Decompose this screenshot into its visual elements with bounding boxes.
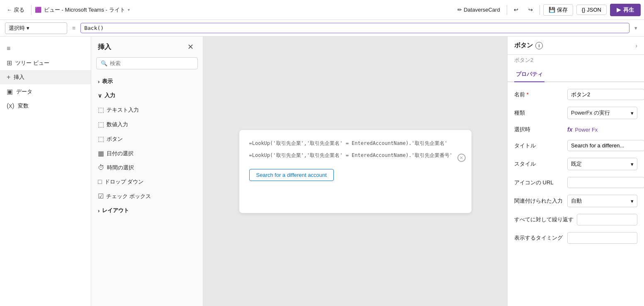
sidebar-item-tree[interactable]: ⊞ ツリー ビュー bbox=[0, 56, 91, 70]
save-icon: 💾 bbox=[549, 7, 555, 13]
separator bbox=[507, 5, 507, 15]
top-right-actions: ✏ DataverseCard ↩ ↪ 💾 保存 {} JSON ▶ 再生 bbox=[454, 4, 641, 16]
formula2-text: =LookUp('取引先企業','取引先企業名' = EnteredAccoun… bbox=[249, 152, 453, 158]
item-time-picker[interactable]: ⏱ 時間の選択 bbox=[91, 161, 203, 175]
right-panel: ボタン i › ボタン2 プロパティ 名前 * 種類 PowerFx の実行 ▾ bbox=[507, 37, 644, 306]
prop-type-dropdown[interactable]: PowerFx の実行 ▾ bbox=[567, 107, 637, 119]
app-icon: 🟪 bbox=[35, 7, 41, 13]
prop-onselect: 選択時 fx Power Fx bbox=[508, 122, 644, 137]
insert-panel-header: 挿入 ✕ bbox=[91, 37, 203, 57]
prop-repeat-input[interactable] bbox=[577, 214, 637, 225]
panel-title-text: ボタン bbox=[514, 42, 533, 49]
prop-style-dropdown[interactable]: 既定 ▾ bbox=[567, 158, 637, 170]
prop-repeat-label: すべてに対して繰り返す bbox=[514, 216, 574, 223]
number-input-icon: ⬚ bbox=[98, 120, 104, 128]
item-date-picker[interactable]: ▦ 日付の選択 bbox=[91, 146, 203, 161]
formula-line-2: =LookUp('取引先企業','取引先企業名' = EnteredAccoun… bbox=[249, 152, 462, 159]
fx-icon: fx bbox=[567, 126, 572, 133]
button-label: ボタン bbox=[107, 135, 123, 143]
sidebar-item-variables[interactable]: (x) 変数 bbox=[0, 99, 91, 113]
prop-associated-input: 関連付けられた入力 自動 ▾ bbox=[508, 191, 644, 211]
canvas-area: =LookUp('取引先企業','取引先企業名' = EnteredAccoun… bbox=[203, 37, 507, 306]
sidebar-data-label: データ bbox=[16, 88, 32, 95]
divider bbox=[31, 5, 32, 15]
sidebar-item-insert[interactable]: + 挿入 bbox=[0, 70, 91, 84]
sidebar-item-menu[interactable]: ≡ bbox=[0, 42, 91, 56]
prop-assoc-value: 自動 bbox=[571, 197, 582, 205]
app-title-text: ビュー - Microsoft Teams - ライト bbox=[44, 6, 125, 14]
section-layout[interactable]: › レイアウト bbox=[91, 203, 203, 218]
prop-timing-input[interactable] bbox=[567, 232, 637, 244]
chevron-down-input-icon: ∨ bbox=[98, 93, 102, 99]
prop-icon-url: アイコンの URL bbox=[508, 174, 644, 191]
back-button[interactable]: ← 戻る bbox=[3, 5, 28, 15]
top-bar: ← 戻る 🟪 ビュー - Microsoft Teams - ライト ▾ ✏ D… bbox=[0, 0, 644, 20]
insert-title: 挿入 bbox=[98, 43, 111, 51]
sidebar-insert-label: 挿入 bbox=[14, 73, 24, 81]
text-input-icon: ⬚ bbox=[98, 106, 104, 114]
item-text-input[interactable]: ⬚ テキスト入力 bbox=[91, 103, 203, 117]
formula-selector[interactable]: 選択時 ▾ bbox=[5, 22, 67, 34]
prop-name-input[interactable] bbox=[567, 89, 644, 100]
time-picker-label: 時間の選択 bbox=[107, 164, 134, 171]
insert-icon: + bbox=[7, 73, 10, 81]
sidebar-tree-label: ツリー ビュー bbox=[15, 59, 49, 67]
chevron-down-assoc-icon: ▾ bbox=[631, 198, 634, 204]
separator2 bbox=[540, 5, 540, 15]
chevron-down-icon[interactable]: ▾ bbox=[128, 7, 130, 12]
date-picker-label: 日付の選択 bbox=[107, 150, 134, 157]
prop-fx-value[interactable]: fx Power Fx bbox=[567, 126, 637, 133]
section-display[interactable]: › 表示 bbox=[91, 74, 203, 88]
main-area: ≡ ⊞ ツリー ビュー + 挿入 ▣ データ (x) 変数 挿入 ✕ 🔍 › bbox=[0, 37, 644, 306]
top-bar-left: ← 戻る 🟪 ビュー - Microsoft Teams - ライト ▾ bbox=[3, 5, 130, 15]
search-different-account-button[interactable]: Search for a different account bbox=[249, 169, 334, 181]
remove-field-button[interactable]: ✕ bbox=[457, 154, 466, 162]
formula-bar: 選択時 ▾ = ▾ bbox=[0, 20, 644, 37]
menu-icon: ≡ bbox=[7, 45, 10, 52]
search-btn-label: Search for a different account bbox=[256, 172, 327, 178]
item-checkbox[interactable]: ☑ チェック ボックス bbox=[91, 189, 203, 203]
item-number-input[interactable]: ⬚ 数値入力 bbox=[91, 117, 203, 132]
item-button[interactable]: ⬚ ボタン bbox=[91, 132, 203, 146]
prop-assoc-dropdown[interactable]: 自動 ▾ bbox=[567, 195, 637, 207]
dataverse-label: DataverseCard bbox=[464, 7, 500, 13]
formula-input[interactable] bbox=[80, 23, 629, 33]
prop-timing: 表示するタイミング bbox=[508, 229, 644, 247]
insert-close-button[interactable]: ✕ bbox=[185, 42, 196, 52]
chevron-right-icon: › bbox=[98, 78, 100, 85]
prop-style-value: 既定 bbox=[571, 160, 582, 168]
prop-title-label: タイトル bbox=[514, 142, 564, 149]
selector-label: 選択時 bbox=[9, 24, 25, 32]
equals-sign: = bbox=[70, 25, 77, 32]
insert-search-box[interactable]: 🔍 bbox=[96, 57, 198, 69]
redo-button[interactable]: ↪ bbox=[525, 5, 536, 15]
save-label: 保存 bbox=[557, 6, 568, 14]
formula-expand-icon[interactable]: ▾ bbox=[633, 23, 639, 33]
tab-properties[interactable]: プロパティ bbox=[514, 67, 544, 82]
chevron-down-style-icon: ▾ bbox=[631, 161, 634, 167]
section-display-label: 表示 bbox=[102, 78, 113, 85]
prop-type-label: 種類 bbox=[514, 109, 564, 117]
section-input[interactable]: ∨ 入力 bbox=[91, 88, 203, 103]
insert-search-input[interactable] bbox=[110, 60, 193, 66]
json-icon: {} bbox=[582, 7, 586, 13]
panel-expand-icon[interactable]: › bbox=[635, 42, 637, 49]
checkbox-label: チェック ボックス bbox=[106, 193, 151, 200]
pencil-icon: ✏ bbox=[457, 7, 462, 13]
undo-button[interactable]: ↩ bbox=[510, 5, 522, 15]
prop-title-input[interactable] bbox=[567, 140, 644, 151]
data-icon: ▣ bbox=[7, 88, 13, 95]
text-input-label: テキスト入力 bbox=[107, 106, 139, 114]
save-button[interactable]: 💾 保存 bbox=[543, 4, 573, 16]
prop-icon-url-input[interactable] bbox=[567, 177, 644, 188]
section-layout-label: レイアウト bbox=[102, 207, 129, 214]
section-input-label: 入力 bbox=[104, 92, 115, 99]
dataverse-card-button[interactable]: ✏ DataverseCard bbox=[454, 5, 503, 15]
play-button[interactable]: ▶ 再生 bbox=[610, 4, 641, 16]
json-button[interactable]: {} JSON bbox=[576, 5, 607, 15]
item-dropdown[interactable]: □ ドロップ ダウン bbox=[91, 175, 203, 189]
prop-onselect-label: 選択時 bbox=[514, 126, 564, 133]
sidebar-item-data[interactable]: ▣ データ bbox=[0, 84, 91, 99]
play-label: 再生 bbox=[623, 6, 634, 14]
prop-type: 種類 PowerFx の実行 ▾ bbox=[508, 103, 644, 122]
